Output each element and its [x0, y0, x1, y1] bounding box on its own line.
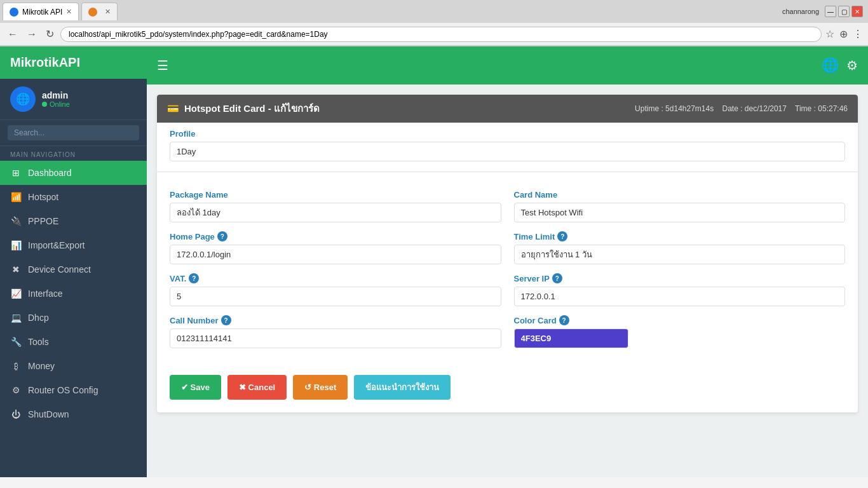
status-dot: [42, 102, 47, 107]
form-body: Package Name Card Name: [157, 180, 858, 370]
cancel-button[interactable]: ✖ Cancel: [227, 375, 287, 400]
sidebar-item-import-export[interactable]: 📊 Import&Export: [0, 233, 147, 257]
dashboard-icon: ⊞: [10, 168, 22, 178]
card-icon: 💳: [167, 103, 179, 114]
sidebar-item-money[interactable]: ₿ Money: [0, 354, 147, 378]
refresh-button[interactable]: ↻: [43, 27, 57, 41]
browser-chrome: Mikrotik API ✕ ✕ channarong — ▢ ✕ ← → ↻ …: [0, 0, 868, 46]
forward-button[interactable]: →: [24, 27, 39, 41]
color-card-help-icon[interactable]: ?: [559, 315, 569, 325]
button-row: ✔ Save ✖ Cancel ↺ Reset ข้อแนะนำการใช้งา…: [157, 370, 858, 412]
call-number-input[interactable]: [170, 329, 501, 348]
address-bar-row: ← → ↻ ☆ ⊕ ⋮: [0, 23, 868, 46]
form-col-call-number: Call Number ?: [170, 315, 501, 357]
vat-help-icon[interactable]: ?: [189, 273, 199, 283]
import-export-icon: 📊: [10, 240, 22, 250]
sidebar-item-label-money: Money: [28, 361, 55, 371]
sidebar-item-label-dashboard: Dashboard: [28, 168, 72, 178]
tab-mikrotik-api[interactable]: Mikrotik API ✕: [3, 3, 79, 20]
profile-label: Profile: [170, 129, 845, 139]
package-name-input[interactable]: [170, 203, 501, 222]
form-row-2: Home Page ? Time Limit ?: [170, 231, 845, 273]
card-name-group: Card Name: [514, 190, 846, 222]
sidebar-item-label-import-export: Import&Export: [28, 240, 85, 250]
sidebar-item-dashboard[interactable]: ⊞ Dashboard: [0, 161, 147, 185]
home-page-label: Home Page ?: [170, 231, 501, 241]
tab-favicon: [10, 8, 18, 17]
server-ip-group: Server IP ?: [514, 273, 846, 306]
form-col-color-card: Color Card ?: [514, 315, 846, 357]
form-col-vat: VAT. ?: [170, 273, 501, 315]
profile-input[interactable]: [170, 142, 845, 161]
server-ip-label: Server IP ?: [514, 273, 846, 283]
sidebar-item-dhcp[interactable]: 💻 Dhcp: [0, 306, 147, 330]
user-status: Online: [42, 100, 70, 108]
tab-localhost[interactable]: ✕: [81, 3, 118, 20]
globe-icon[interactable]: 🌐: [822, 57, 839, 74]
call-number-help-icon[interactable]: ?: [221, 315, 231, 325]
sidebar-item-label-tools: Tools: [28, 337, 49, 347]
form-col-time-limit: Time Limit ?: [514, 231, 846, 273]
minimize-button[interactable]: —: [825, 6, 836, 17]
sidebar-item-label-pppoe: PPPOE: [28, 216, 58, 226]
sidebar-item-hotspot[interactable]: 📶 Hotspot: [0, 185, 147, 209]
time-limit-help-icon[interactable]: ?: [557, 231, 567, 241]
sidebar-item-interface[interactable]: 📈 Interface: [0, 281, 147, 306]
username: admin: [42, 90, 70, 100]
home-page-help-icon[interactable]: ?: [217, 231, 227, 241]
search-input[interactable]: [8, 125, 139, 140]
tab-label-1: Mikrotik API: [22, 8, 62, 17]
sidebar-item-label-shutdown: ShutDown: [28, 409, 69, 419]
dhcp-icon: 💻: [10, 313, 22, 323]
sidebar-item-device-connect[interactable]: ✖ Device Connect: [0, 257, 147, 281]
time-limit-input[interactable]: [514, 245, 846, 264]
sidebar: MikrotikAPI 🌐 admin Online MAIN NAVIGATI…: [0, 46, 147, 477]
address-input[interactable]: [60, 27, 822, 42]
hamburger-button[interactable]: ☰: [157, 58, 168, 73]
maximize-button[interactable]: ▢: [838, 6, 850, 17]
home-page-group: Home Page ?: [170, 231, 501, 264]
form-col-package: Package Name: [170, 190, 501, 231]
package-name-label: Package Name: [170, 190, 501, 200]
user-label: channarong: [782, 8, 819, 15]
app-title: MikrotikAPI: [0, 46, 147, 79]
sidebar-item-label-router-os: Router OS Config: [28, 385, 98, 395]
tab-close-1[interactable]: ✕: [66, 8, 72, 16]
bookmark-icon[interactable]: ☆: [825, 28, 834, 40]
settings-icon[interactable]: ⚙: [846, 58, 858, 73]
tab-close-2[interactable]: ✕: [105, 8, 111, 16]
close-button[interactable]: ✕: [851, 6, 863, 17]
form-col-server-ip: Server IP ?: [514, 273, 846, 315]
sidebar-item-pppoe[interactable]: 🔌 PPPOE: [0, 209, 147, 233]
extension-icon[interactable]: ⊕: [839, 28, 848, 40]
shutdown-icon: ⏻: [10, 409, 22, 419]
card-name-input[interactable]: [514, 203, 846, 222]
profile-section: Profile: [157, 123, 858, 169]
vat-input[interactable]: [170, 287, 501, 306]
top-bar-right: 🌐 ⚙: [822, 57, 858, 74]
sidebar-item-label-device-connect: Device Connect: [28, 264, 91, 274]
interface-icon: 📈: [10, 288, 22, 299]
app-container: MikrotikAPI 🌐 admin Online MAIN NAVIGATI…: [0, 46, 868, 477]
hotspot-icon: 📶: [10, 192, 22, 202]
info-button[interactable]: ข้อแนะนำการใช้งาน: [354, 375, 451, 400]
card-header-title: 💳 Hotspot Edit Card - แก้ไขการ์ด: [167, 101, 320, 116]
search-box: [0, 120, 147, 146]
sidebar-item-tools[interactable]: 🔧 Tools: [0, 330, 147, 354]
device-connect-icon: ✖: [10, 264, 22, 274]
back-button[interactable]: ←: [5, 27, 20, 41]
sidebar-item-router-os-config[interactable]: ⚙ Router OS Config: [0, 378, 147, 402]
server-ip-input[interactable]: [514, 287, 846, 306]
save-button[interactable]: ✔ Save: [170, 375, 221, 400]
reset-button[interactable]: ↺ Reset: [293, 375, 348, 400]
color-card-input[interactable]: [514, 329, 628, 348]
server-ip-help-icon[interactable]: ?: [552, 273, 562, 283]
card-header-info: Uptime : 5d14h27m14s Date : dec/12/2017 …: [635, 104, 848, 113]
sidebar-item-shutdown[interactable]: ⏻ ShutDown: [0, 402, 147, 426]
time-limit-group: Time Limit ?: [514, 231, 846, 264]
menu-icon[interactable]: ⋮: [853, 28, 863, 40]
home-page-input[interactable]: [170, 245, 501, 264]
form-col-homepage: Home Page ?: [170, 231, 501, 273]
time-limit-label: Time Limit ?: [514, 231, 846, 241]
form-col-card-name: Card Name: [514, 190, 846, 231]
